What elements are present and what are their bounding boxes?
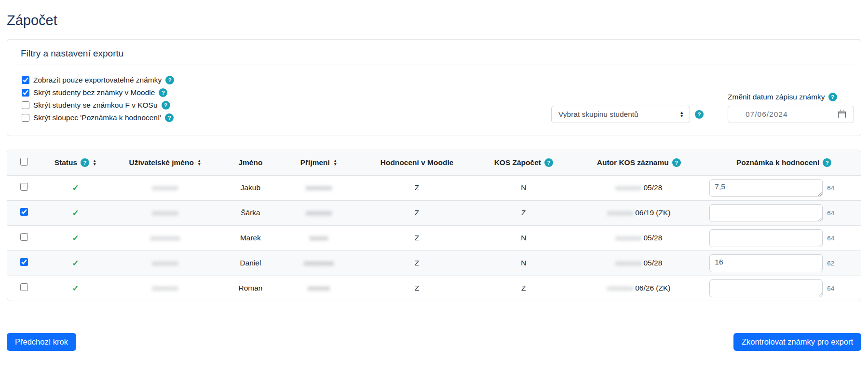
column-header-moodle-grade: Hodnocení v Moodle <box>357 150 477 175</box>
help-icon[interactable]: ? <box>165 76 174 84</box>
username-redacted: xxxxxxxx <box>150 234 180 242</box>
table-row: ✓ xxxxxxx Roman xxxxxx Z Z xxxxxxx06/26 … <box>7 276 861 301</box>
sort-icon[interactable]: ▲▼ <box>93 159 96 166</box>
moodle-grade-cell: Z <box>357 175 477 200</box>
lastname-redacted: xxxxxxx <box>306 208 332 217</box>
grade-date-label: Změnit datum zápisu známky <box>728 93 825 101</box>
note-textarea[interactable] <box>709 229 823 247</box>
sort-icon[interactable]: ▲▼ <box>197 159 201 166</box>
filters-panel-title: Filtry a nastavení exportu <box>21 48 854 59</box>
bottom-actions: Předchozí krok Zkontrolovat známky pro e… <box>7 333 861 351</box>
help-icon[interactable]: ? <box>544 158 553 167</box>
column-header-status[interactable]: Status ? ▲▼ <box>41 150 110 175</box>
moodle-grade-cell: Z <box>357 200 477 225</box>
lastname-redacted: xxxxx <box>310 234 328 242</box>
filter-show-exportable-checkbox[interactable] <box>22 76 29 84</box>
filters-body: Zobrazit pouze exportovatelné známky ? S… <box>14 74 854 124</box>
firstname-cell: Marek <box>220 225 280 250</box>
filter-hide-f-kos-checkbox[interactable] <box>22 101 29 109</box>
row-select-checkbox[interactable] <box>20 283 28 291</box>
column-header-firstname: Jméno <box>220 150 280 175</box>
column-header-kos-grade: KOS Zápočet ? <box>476 150 570 175</box>
filter-checkbox-list: Zobrazit pouze exportovatelné známky ? S… <box>14 74 551 124</box>
select-arrows-icon: ▲▼ <box>680 111 684 118</box>
panel-divider <box>14 65 854 65</box>
author-redacted: xxxxxxx <box>615 259 641 267</box>
note-textarea[interactable] <box>709 204 823 222</box>
grade-date-group: Změnit datum zápisu známky ? 07/06/2024 <box>728 93 854 123</box>
page-title: Zápočet <box>7 13 861 28</box>
moodle-grade-cell: Z <box>357 250 477 276</box>
help-icon[interactable]: ? <box>695 110 704 119</box>
filter-hide-note-column-checkbox[interactable] <box>22 114 29 122</box>
table-row: ✓ xxxxxxx Jakub xxxxxxx Z N xxxxxxx05/28… <box>7 175 861 200</box>
filter-hide-no-moodle-grade-checkbox[interactable] <box>22 89 29 97</box>
grade-date-input[interactable]: 07/06/2024 <box>728 106 854 123</box>
help-icon[interactable]: ? <box>162 101 170 110</box>
sort-icon[interactable]: ▲▼ <box>333 159 337 166</box>
grade-date-value: 07/06/2024 <box>746 110 788 119</box>
student-group-select-group: Vybrat skupinu studentů ▲▼ ? <box>551 106 704 123</box>
help-icon[interactable]: ? <box>672 158 681 167</box>
lastname-redacted: xxxxxxx <box>306 183 332 192</box>
author-date: 06/19 (ZK) <box>635 208 670 217</box>
row-select-checkbox[interactable] <box>20 258 28 266</box>
kos-author-cell: xxxxxxx06/19 (ZK) <box>570 200 707 225</box>
note-textarea[interactable]: 7,5 <box>709 179 823 197</box>
filter-hide-f-kos: Skrýt studenty se známkou F v KOSu ? <box>22 99 551 111</box>
char-counter: 64 <box>827 209 834 217</box>
check-grades-export-button[interactable]: Zkontrolovat známky pro export <box>733 333 861 351</box>
student-group-select-value: Vybrat skupinu studentů <box>558 110 638 119</box>
column-header-lastname[interactable]: Příjmení ▲▼ <box>280 150 357 175</box>
filter-hide-no-moodle-grade-label: Skrýt studenty bez známky v Moodle <box>33 88 155 97</box>
note-textarea[interactable] <box>709 279 823 297</box>
filters-panel: Filtry a nastavení exportu Zobrazit pouz… <box>7 39 861 136</box>
kos-author-cell: xxxxxxx05/28 <box>570 225 707 250</box>
row-select-checkbox[interactable] <box>20 183 28 191</box>
username-redacted: xxxxxxx <box>152 183 178 192</box>
note-textarea[interactable]: 16 <box>709 254 823 272</box>
grades-table: Status ? ▲▼ Uživatelské jméno ▲▼ Jméno <box>7 150 861 301</box>
filter-hide-no-moodle-grade: Skrýt studenty bez známky v Moodle ? <box>22 86 551 99</box>
calendar-icon[interactable] <box>838 111 846 118</box>
student-group-select[interactable]: Vybrat skupinu studentů ▲▼ <box>551 106 690 123</box>
author-redacted: xxxxxxx <box>615 234 641 242</box>
filter-hide-note-column-label: Skrýt sloupec 'Poznámka k hodnocení' <box>33 113 161 122</box>
status-ok-icon: ✓ <box>72 234 79 243</box>
author-date: 05/28 <box>643 259 662 267</box>
status-ok-icon: ✓ <box>72 284 79 293</box>
author-redacted: xxxxxxx <box>615 183 641 192</box>
help-icon[interactable]: ? <box>823 158 831 167</box>
char-counter: 62 <box>827 260 834 267</box>
kos-grade-cell: N <box>476 250 570 276</box>
table-row: ✓ xxxxxxx Šárka xxxxxxx Z Z xxxxxxx06/19… <box>7 200 861 225</box>
row-select-checkbox[interactable] <box>20 208 28 216</box>
char-counter: 64 <box>827 235 834 242</box>
firstname-cell: Šárka <box>220 200 280 225</box>
help-icon[interactable]: ? <box>828 93 837 101</box>
lastname-redacted: xxxxxxxx <box>304 259 334 267</box>
username-redacted: xxxxxxx <box>152 284 178 292</box>
grade-date-label-row: Změnit datum zápisu známky ? <box>728 93 837 101</box>
filter-hide-f-kos-label: Skrýt studenty se známkou F v KOSu <box>33 101 158 110</box>
help-icon[interactable]: ? <box>165 113 174 122</box>
moodle-grade-cell: Z <box>357 276 477 301</box>
help-icon[interactable]: ? <box>81 158 89 167</box>
column-header-kos-author: Autor KOS záznamu ? <box>570 150 707 175</box>
help-icon[interactable]: ? <box>159 88 167 97</box>
previous-step-button[interactable]: Předchozí krok <box>7 333 76 351</box>
filter-hide-note-column: Skrýt sloupec 'Poznámka k hodnocení' ? <box>22 111 551 124</box>
author-redacted: xxxxxxx <box>607 208 633 217</box>
char-counter: 64 <box>827 285 834 292</box>
status-ok-icon: ✓ <box>72 259 79 268</box>
select-all-checkbox[interactable] <box>20 158 28 166</box>
filters-right-controls: Vybrat skupinu studentů ▲▼ ? Změnit datu… <box>551 93 854 124</box>
author-redacted: xxxxxxx <box>607 284 633 292</box>
kos-grade-cell: Z <box>476 276 570 301</box>
row-select-checkbox[interactable] <box>20 233 28 241</box>
kos-author-cell: xxxxxxx05/28 <box>570 250 707 276</box>
moodle-grade-cell: Z <box>357 225 477 250</box>
username-redacted: xxxxxxx <box>152 259 178 267</box>
table-row: ✓ xxxxxxxx Marek xxxxx Z N xxxxxxx05/28 … <box>7 225 861 250</box>
column-header-username[interactable]: Uživatelské jméno ▲▼ <box>109 150 220 175</box>
